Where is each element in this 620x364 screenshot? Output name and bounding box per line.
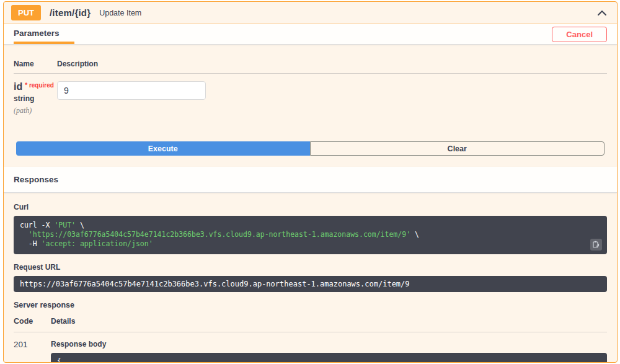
curl-command-block: curl -X 'PUT' \ 'https://03af6776a5404c5… (14, 216, 607, 254)
method-badge: PUT (11, 5, 41, 20)
cancel-button[interactable]: Cancel (552, 27, 607, 42)
response-details-cell: Response body { "id": "9", "name": "put_… (51, 340, 607, 363)
parameter-location: (path) (14, 106, 57, 115)
parameter-type: string (14, 94, 57, 103)
column-header-description: Description (57, 60, 607, 68)
id-value-input[interactable] (57, 81, 206, 100)
parameter-name: id (14, 81, 22, 92)
server-response-table: Code Details 201 Response body { "id": "… (14, 317, 607, 363)
responses-body: Curl curl -X 'PUT' \ 'https://03af6776a5… (4, 193, 617, 363)
request-url-block: https://03af6776a5404c57b4e7141c2b366be3… (14, 276, 607, 292)
code-line: 'https://03af6776a5404c57b4e7141c2b366be… (20, 230, 601, 239)
request-url-label: Request URL (14, 263, 607, 272)
parameter-description-cell (57, 81, 607, 115)
tab-parameters[interactable]: Parameters (14, 24, 74, 44)
required-badge: * required (25, 82, 54, 89)
execute-row: Execute Clear (16, 141, 604, 156)
parameters-section-header: Parameters Cancel (4, 24, 617, 45)
responses-section-header: Responses (4, 167, 617, 193)
response-row-201: 201 Response body { "id": "9", "name": "… (14, 332, 607, 363)
column-header-details: Details (51, 317, 607, 326)
request-url-value: https://03af6776a5404c57b4e7141c2b366be3… (20, 280, 410, 288)
response-body-block: { "id": "9", "name": "put_item+9", "desc… (51, 353, 607, 363)
parameters-table: Name Description id * required string (p… (4, 45, 617, 115)
copy-curl-button[interactable] (590, 239, 602, 251)
endpoint-summary-text: Update Item (99, 9, 141, 17)
opblock-put-item: PUT /item/{id} Update Item Parameters Ca… (3, 1, 618, 363)
execute-button[interactable]: Execute (16, 141, 310, 156)
curl-label: Curl (14, 203, 607, 211)
code-line: -H 'accept: application/json' (20, 239, 601, 249)
endpoint-summary[interactable]: PUT /item/{id} Update Item (4, 2, 617, 24)
endpoint-path: /item/{id} (50, 7, 91, 18)
clear-button[interactable]: Clear (310, 141, 605, 156)
response-status-code: 201 (14, 340, 51, 363)
column-header-code: Code (14, 317, 51, 326)
parameter-name-cell: id * required string (path) (14, 81, 57, 115)
server-response-label: Server response (14, 301, 607, 309)
code-line: curl -X 'PUT' \ (20, 221, 601, 230)
column-header-name: Name (14, 60, 57, 68)
parameter-row-id: id * required string (path) (14, 74, 607, 115)
response-body-label: Response body (51, 340, 607, 348)
chevron-up-icon[interactable] (595, 7, 609, 19)
code-line: { (57, 357, 601, 363)
responses-title: Responses (14, 175, 58, 184)
